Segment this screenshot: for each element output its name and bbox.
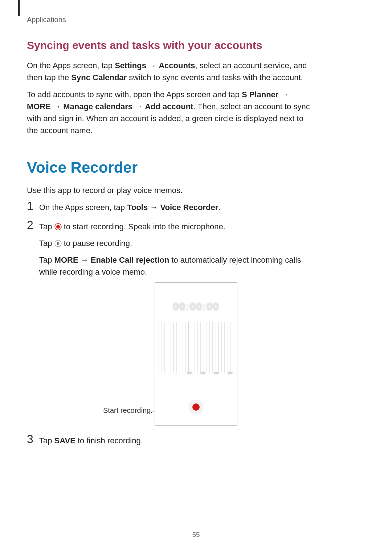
arrow-icon: → [278, 90, 289, 99]
arrow-icon: → [146, 61, 159, 70]
text: Tap [39, 255, 54, 264]
step-1: 1 On the Apps screen, tap Tools → Voice … [27, 201, 310, 213]
page-tab-mark [18, 0, 20, 16]
bold: MORE [27, 102, 51, 111]
page-number: 55 [0, 531, 392, 539]
voice-recorder-figure: Start recording. 00:00:00 [27, 279, 310, 428]
pause-icon [54, 238, 62, 250]
voice-recorder-title: Voice Recorder [27, 159, 310, 176]
bold: Enable Call rejection [91, 255, 169, 264]
text: Tap [39, 239, 54, 248]
callout-start-recording: Start recording. [103, 406, 153, 415]
bold: Voice Recorder [160, 203, 218, 212]
recorder-intro: Use this app to record or play voice mem… [27, 184, 310, 196]
text: . [218, 203, 220, 212]
waveform [159, 322, 233, 373]
recorder-timer: 00:00:00 [155, 300, 237, 313]
record-button[interactable] [189, 400, 203, 414]
bold: S Planner [242, 90, 278, 99]
text: Tap [39, 222, 54, 231]
step-3: 3 Tap SAVE to finish recording. [27, 435, 322, 450]
bold: Settings [115, 61, 146, 70]
bold: Tools [127, 203, 148, 212]
bold: SAVE [54, 436, 75, 445]
text: to finish recording. [75, 436, 143, 445]
arrow-icon: → [78, 255, 91, 264]
step-number: 1 [27, 199, 38, 213]
bold: Add account [145, 102, 193, 111]
text: To add accounts to sync with, open the A… [27, 90, 242, 99]
step-number: 3 [27, 432, 38, 446]
sync-paragraph-2: To add accounts to sync with, open the A… [27, 89, 310, 136]
text: switch to sync events and tasks with the… [127, 73, 303, 82]
bold: Sync Calendar [71, 73, 127, 82]
running-head: Applications [27, 16, 66, 24]
step-2: 2 Tap to start recording. Speak into the… [27, 221, 310, 278]
record-dot-icon [192, 403, 200, 411]
arrow-icon: → [148, 203, 160, 212]
text: to pause recording. [64, 239, 132, 248]
text: Tap [39, 436, 54, 445]
bold: Manage calendars [63, 102, 132, 111]
bold: Accounts [159, 61, 195, 70]
phone-mockup: 00:00:00 [155, 282, 237, 426]
svg-point-1 [56, 225, 60, 229]
text: On the Apps screen, tap [27, 61, 115, 70]
bold: MORE [54, 255, 78, 264]
svg-point-2 [55, 240, 61, 247]
svg-rect-3 [57, 242, 58, 245]
sync-heading: Syncing events and tasks with your accou… [27, 39, 310, 52]
arrow-icon: → [132, 102, 145, 111]
step-number: 2 [27, 218, 38, 232]
arrow-icon: → [51, 102, 63, 111]
text: On the Apps screen, tap [39, 203, 127, 212]
text: to start recording. Speak into the micro… [64, 222, 225, 231]
record-icon [54, 222, 62, 234]
svg-rect-4 [58, 242, 59, 245]
sync-paragraph-1: On the Apps screen, tap Settings → Accou… [27, 59, 310, 83]
